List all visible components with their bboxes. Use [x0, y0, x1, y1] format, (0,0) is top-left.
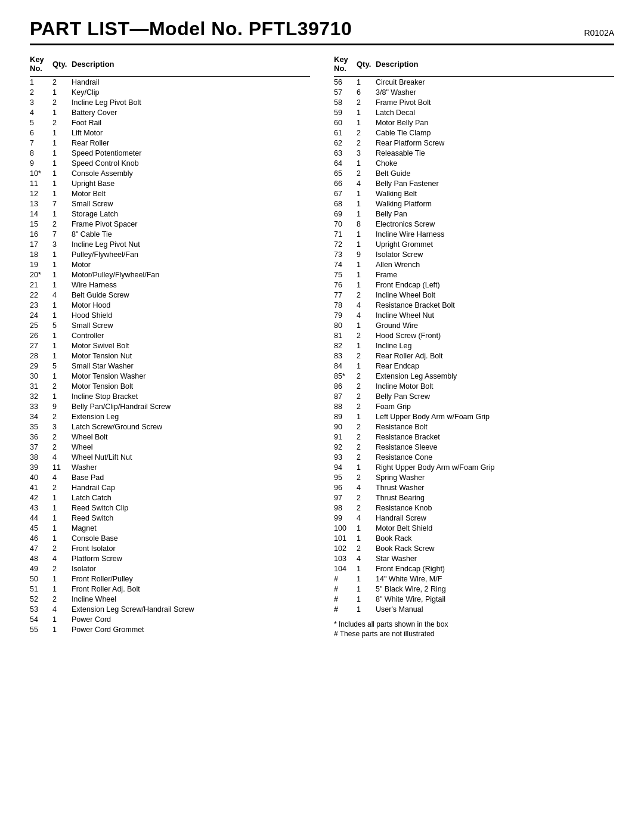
description: Spring Washer [376, 472, 614, 482]
table-row: 7 1 Rear Roller [30, 138, 310, 148]
qty: 2 [357, 168, 376, 178]
key-no: 13 [30, 199, 52, 209]
description: Resistance Bracket Bolt [376, 300, 614, 310]
qty: 2 [52, 117, 72, 128]
key-no: 52 [30, 594, 52, 604]
key-no: 97 [334, 493, 357, 503]
table-row: 101 1 Book Rack [334, 533, 614, 543]
qty: 4 [357, 482, 376, 493]
key-no: 42 [30, 493, 52, 503]
qty: 1 [52, 148, 72, 158]
key-no: 20* [30, 270, 52, 280]
key-no: 84 [334, 361, 357, 371]
key-no: 98 [334, 503, 357, 513]
key-no: 63 [334, 148, 357, 158]
qty: 2 [357, 401, 376, 411]
description: Incline Wire Harness [376, 229, 614, 239]
qty: 1 [52, 168, 72, 178]
qty: 1 [357, 107, 376, 117]
key-no: 7 [30, 138, 52, 148]
key-no: 54 [30, 614, 52, 624]
description: Resistance Bolt [376, 422, 614, 432]
qty: 1 [52, 138, 72, 148]
table-row: 104 1 Front Endcap (Right) [334, 563, 614, 574]
table-row: 89 1 Left Upper Body Arm w/Foam Grip [334, 411, 614, 422]
description: Battery Cover [72, 107, 310, 117]
key-no: 103 [334, 553, 357, 563]
qty: 1 [357, 584, 376, 594]
key-no: # [334, 584, 357, 594]
key-no: 26 [30, 330, 52, 340]
table-row: 49 2 Isolator [30, 563, 310, 574]
key-no: 91 [334, 432, 357, 442]
table-row: # 1 User's Manual [334, 604, 614, 614]
key-no: 2 [30, 87, 52, 97]
left-table: Key No. Qty. Description 1 2 Handrail 2 … [30, 54, 310, 634]
description: Motor Belt Shield [376, 523, 614, 533]
table-row: 18 1 Pulley/Flywheel/Fan [30, 249, 310, 259]
qty: 2 [357, 472, 376, 482]
key-no: 40 [30, 472, 52, 482]
description: Star Washer [376, 553, 614, 563]
qty: 6 [357, 87, 376, 97]
description: Handrail [72, 77, 310, 88]
qty: 2 [357, 452, 376, 462]
table-row: 19 1 Motor [30, 259, 310, 270]
table-row: 92 2 Resistance Sleeve [334, 442, 614, 452]
table-row: 97 2 Thrust Bearing [334, 493, 614, 503]
footnotes: * Includes all parts shown in the box # … [334, 620, 614, 638]
description: Motor Belt [72, 188, 310, 199]
qty: 2 [357, 138, 376, 148]
description: Small Star Washer [72, 361, 310, 371]
description: Resistance Knob [376, 503, 614, 513]
qty: 4 [357, 178, 376, 188]
description: Incline Wheel Bolt [376, 290, 614, 300]
key-no: 46 [30, 533, 52, 543]
qty: 2 [357, 351, 376, 361]
qty: 1 [52, 158, 72, 168]
key-no: 10* [30, 168, 52, 178]
key-no: 49 [30, 563, 52, 574]
table-row: 33 9 Belly Pan/Clip/Handrail Screw [30, 401, 310, 411]
description: Front Roller Adj. Bolt [72, 584, 310, 594]
key-no: 17 [30, 239, 52, 249]
key-no: 21 [30, 280, 52, 290]
description: Upright Base [72, 178, 310, 188]
description: Foot Rail [72, 117, 310, 128]
qty: 2 [357, 442, 376, 452]
qty: 2 [357, 330, 376, 340]
description: Circuit Breaker [376, 77, 614, 88]
qty: 1 [52, 188, 72, 199]
table-row: 14 1 Storage Latch [30, 209, 310, 219]
table-row: 42 1 Latch Catch [30, 493, 310, 503]
table-row: 56 1 Circuit Breaker [334, 77, 614, 88]
description: Left Upper Body Arm w/Foam Grip [376, 411, 614, 422]
table-row: 5 2 Foot Rail [30, 117, 310, 128]
qty: 1 [52, 574, 72, 584]
table-row: 82 1 Incline Leg [334, 340, 614, 351]
key-no: 18 [30, 249, 52, 259]
qty: 4 [357, 553, 376, 563]
description: Storage Latch [72, 209, 310, 219]
table-row: 95 2 Spring Washer [334, 472, 614, 482]
key-no: 58 [334, 97, 357, 107]
table-row: 45 1 Magnet [30, 523, 310, 533]
qty: 2 [357, 381, 376, 391]
qty: 2 [52, 219, 72, 229]
table-row: 80 1 Ground Wire [334, 320, 614, 330]
table-row: 50 1 Front Roller/Pulley [30, 574, 310, 584]
description: Wheel Nut/Lift Nut [72, 452, 310, 462]
table-row: 93 2 Resistance Cone [334, 452, 614, 462]
table-row: 35 3 Latch Screw/Ground Screw [30, 422, 310, 432]
table-row: 65 2 Belt Guide [334, 168, 614, 178]
description: Reed Switch Clip [72, 503, 310, 513]
key-no: 102 [334, 543, 357, 553]
table-row: 23 1 Motor Hood [30, 300, 310, 310]
key-no: 15 [30, 219, 52, 229]
description: Motor Swivel Bolt [72, 340, 310, 351]
page-header: PART LIST—Model No. PFTL39710 R0102A [30, 18, 614, 45]
key-no: # [334, 604, 357, 614]
key-no: 94 [334, 462, 357, 472]
key-no: 14 [30, 209, 52, 219]
description: Platform Screw [72, 553, 310, 563]
